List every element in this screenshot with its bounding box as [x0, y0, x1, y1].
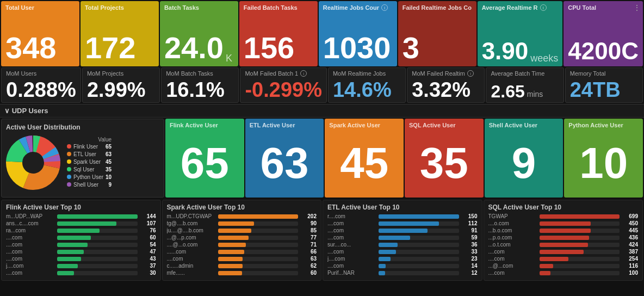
list-item: ....com 33: [327, 249, 478, 255]
top10-name: m...UDP.CTGWAP: [167, 213, 216, 219]
list-item: Purif...NAR 12: [327, 270, 478, 276]
batch-tasks-suffix: K: [226, 53, 232, 63]
list-item: ......com 66: [167, 249, 317, 255]
mom-projects-value: 2.99%: [87, 79, 155, 100]
python-active-card: Python Active User 10: [564, 119, 643, 198]
top10-value: 66: [300, 249, 317, 255]
spark-active-card: Spark Active User 45: [325, 119, 404, 198]
list-item: ....com 14: [327, 263, 478, 269]
python-active-value: 10: [564, 128, 643, 198]
spark-active-value: 45: [325, 128, 404, 198]
top10-bar-bg: [57, 221, 138, 226]
etl-top10-label: ETL Active User Top 10: [327, 203, 478, 211]
mom-projects-label: MoM Projects: [87, 70, 155, 77]
list-item: c......admin 62: [167, 263, 317, 269]
sql-top10-label: SQL Active User Top 10: [488, 203, 639, 211]
sql-top10-card: SQL Active User Top 10 TGWAP 699 ....o.c…: [484, 200, 643, 281]
top10-value: 43: [140, 256, 156, 262]
mom-projects-card: MoM Projects 2.99%: [82, 67, 160, 103]
top10-value: 14: [461, 263, 478, 269]
more-options-icon[interactable]: ⋮: [633, 3, 641, 12]
top10-value: 60: [140, 235, 156, 240]
avg-realtime-info-icon[interactable]: i: [540, 4, 547, 11]
top10-name: ...o.t.com: [488, 242, 537, 248]
top10-bar-bg: [57, 257, 138, 261]
avg-realtime-value: 3.90: [482, 39, 529, 63]
failed-batch-value: 156: [244, 33, 313, 63]
top10-bar-bg: [379, 236, 459, 240]
flink-top10-card: Flink Active User Top 10 m...UDP...WAP 1…: [1, 200, 161, 281]
top10-value: 62: [300, 263, 317, 269]
flink-dot: [67, 144, 71, 149]
etl-active-card: ETL Active User 63: [245, 119, 324, 198]
legend: Value Flink User 65 ETL User 63 Spark Us…: [67, 137, 112, 189]
top10-bar-bg: [57, 271, 138, 275]
list-item: r....com 150: [327, 213, 478, 219]
udp-section-header[interactable]: ∨ UDP Users: [0, 104, 644, 118]
mom-users-value: 0.288%: [6, 79, 76, 100]
python-active-label: Python Active User: [564, 119, 643, 128]
top10-bar-fill: [540, 271, 551, 275]
top10-name: ....com: [327, 235, 376, 240]
spark-top10-label: Spark Active User Top 10: [167, 203, 317, 211]
top10-bar-bg: [379, 257, 459, 261]
top10-bar-fill: [218, 250, 245, 254]
top10-name: ....com: [167, 256, 216, 262]
mom-realtime-jobs-label: MoM Realtime Jobs: [333, 70, 401, 77]
top10-bar-bg: [379, 229, 459, 233]
top10-value: 116: [622, 263, 638, 269]
list-item: ....@...o.com 71: [167, 242, 317, 248]
top10-bar-bg: [218, 229, 299, 233]
top10-value: 387: [622, 249, 638, 255]
top10-value: 12: [461, 270, 478, 276]
top10-bar-bg: [218, 264, 299, 268]
failed-realtime-label: Failed Realtime Jobs Co: [403, 4, 472, 11]
flink-top10-rows: m...UDP...WAP 144 ans...c....com 107 ra.…: [6, 213, 156, 276]
top10-bar-fill: [379, 264, 386, 268]
list-item: mfe...... 60: [167, 270, 317, 276]
list-item: ...@...p.com 77: [167, 235, 317, 240]
top10-bar-fill: [379, 250, 396, 254]
top10-name: ...b.o.com: [488, 227, 537, 233]
top10-name: ....o.com: [488, 220, 537, 226]
flink-active-value: 65: [165, 128, 244, 198]
legend-flink: Flink User 65: [67, 144, 112, 150]
top10-value: 436: [622, 235, 638, 240]
list-item: ....o.com 450: [488, 220, 639, 226]
mom-failed-batch-info-icon[interactable]: i: [300, 70, 307, 77]
top10-bar-fill: [218, 257, 243, 261]
etl-top10-rows: r....com 150 ....com 112 ....com 91 ....…: [327, 213, 478, 276]
top10-name: ...p.o.com: [488, 235, 537, 240]
failed-realtime-value: 3: [403, 33, 472, 63]
shell-active-value: 9: [485, 128, 564, 198]
sql-active-label: SQL Active User: [405, 119, 484, 128]
mom-batch-tasks-value: 16.1%: [166, 79, 234, 100]
top10-bar-bg: [218, 221, 299, 226]
mom-failed-realtime-value: 3.32%: [412, 79, 480, 100]
top10-name: tg@....b.com: [167, 220, 216, 226]
mom-failed-realtime-info-icon[interactable]: i: [467, 70, 474, 77]
top10-value: 254: [622, 256, 638, 262]
list-item: ....com 47: [6, 249, 156, 255]
mom-failed-batch-value: -0.299%: [245, 79, 322, 100]
top10-bar-fill: [57, 271, 74, 275]
list-item: ....com 254: [488, 256, 639, 262]
active-dist-label: Active User Distribution: [6, 124, 159, 131]
top10-name: ....com: [488, 270, 537, 276]
list-item: m...UDP...WAP 144: [6, 213, 156, 219]
total-projects-value: 172: [85, 33, 154, 63]
top10-value: 59: [461, 235, 478, 240]
top10-value: 144: [140, 213, 156, 219]
realtime-jobs-info-icon[interactable]: i: [381, 4, 388, 11]
top10-value: 37: [140, 263, 156, 269]
top10-bar-bg: [57, 229, 138, 233]
cpu-total-card: CPU Total 4200C ⋮: [564, 1, 643, 66]
total-user-label: Total User: [5, 4, 75, 11]
total-projects-label: Total Projects: [85, 4, 154, 11]
top10-name: ra...com: [6, 227, 55, 233]
mom-realtime-jobs-card: MoM Realtime Jobs 14.6%: [328, 67, 406, 103]
top10-bar-fill: [218, 221, 254, 226]
top-metrics-row: Total User 348 Total Projects 172 Batch …: [0, 0, 644, 67]
list-item: TGWAP 699: [488, 213, 639, 219]
top10-value: 60: [300, 270, 317, 276]
